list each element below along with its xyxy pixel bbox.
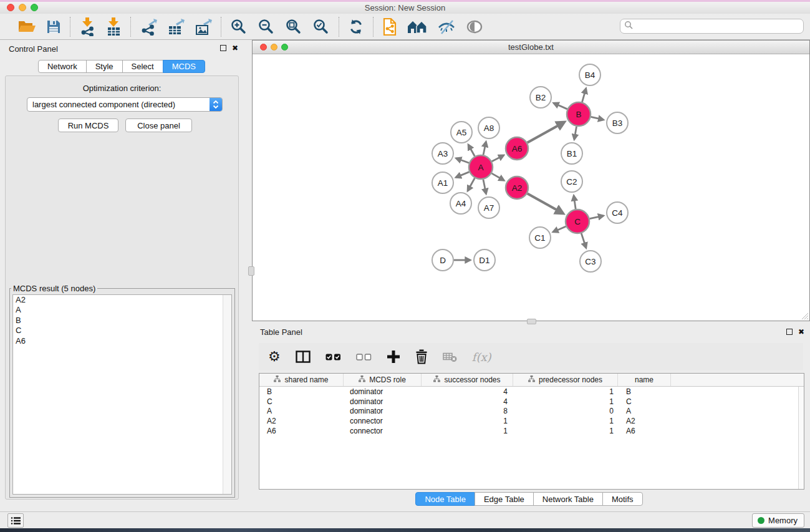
table-cell[interactable]: A6: [259, 427, 344, 435]
graph-node-B3[interactable]: B3: [607, 112, 628, 133]
table-cell[interactable]: B: [618, 387, 671, 396]
tab-node-table[interactable]: Node Table: [415, 492, 475, 506]
graph-node-A[interactable]: A: [469, 155, 493, 179]
table-cell[interactable]: B: [259, 387, 344, 396]
graph-node-D1[interactable]: D1: [474, 249, 495, 271]
delete-table-icon[interactable]: [443, 352, 457, 362]
table-cell[interactable]: 4: [422, 387, 513, 396]
graph-node-A3[interactable]: A3: [432, 143, 453, 164]
graph-node-A2[interactable]: A2: [506, 177, 528, 199]
graph-edge-C-C1[interactable]: [553, 226, 566, 232]
table-row[interactable]: A2connector11A2: [259, 416, 804, 426]
table-cell[interactable]: A: [618, 407, 671, 415]
float-table-panel-icon[interactable]: [786, 329, 793, 335]
table-cell[interactable]: 4: [422, 397, 513, 406]
table-cell[interactable]: C: [259, 397, 344, 406]
memory-button[interactable]: Memory: [752, 513, 804, 528]
tab-select[interactable]: Select: [122, 60, 163, 73]
refresh-icon[interactable]: [348, 19, 364, 35]
minimize-window-button[interactable]: [19, 4, 26, 11]
deselect-all-checkboxes-icon[interactable]: [356, 354, 372, 360]
tab-edge-table[interactable]: Edge Table: [475, 492, 534, 506]
column-header-successor-nodes[interactable]: successor nodes: [422, 374, 513, 386]
table-cell[interactable]: 1: [422, 427, 513, 435]
graph-edge-C-C2[interactable]: [574, 196, 576, 210]
clone-network-icon[interactable]: [382, 17, 397, 36]
graph-edge-A6-B[interactable]: [528, 122, 564, 143]
graph-node-D[interactable]: D: [432, 249, 453, 271]
birdseye-view-icon[interactable]: [466, 20, 483, 34]
zoom-selected-icon[interactable]: [312, 18, 330, 36]
graph-node-C4[interactable]: C4: [607, 202, 628, 223]
export-table-icon[interactable]: [167, 18, 185, 36]
table-cell[interactable]: connector: [344, 417, 422, 425]
result-item[interactable]: B: [13, 316, 231, 326]
graph-node-B[interactable]: B: [567, 102, 591, 126]
graph-edge-A-A3[interactable]: [456, 158, 469, 163]
table-row[interactable]: Adominator80A: [259, 407, 804, 417]
delete-column-icon[interactable]: [415, 349, 428, 364]
apply-function-icon[interactable]: f(x): [472, 351, 491, 364]
tab-motifs[interactable]: Motifs: [602, 492, 643, 506]
home-icon[interactable]: [407, 19, 427, 34]
graph-node-C1[interactable]: C1: [529, 227, 551, 248]
table-settings-gear-icon[interactable]: ⚙: [268, 350, 281, 364]
result-item[interactable]: A6: [13, 336, 231, 346]
result-item[interactable]: C: [13, 326, 231, 336]
tab-network[interactable]: Network: [38, 60, 87, 73]
column-header-MCDS-role[interactable]: MCDS role: [344, 374, 422, 386]
vertical-splitter-handle[interactable]: [248, 266, 254, 276]
graph-edge-A-A2[interactable]: [491, 173, 504, 180]
table-cell[interactable]: A2: [259, 417, 344, 425]
tab-network-table[interactable]: Network Table: [533, 492, 603, 506]
table-cell[interactable]: 1: [513, 417, 618, 425]
graph-node-C3[interactable]: C3: [580, 251, 601, 272]
network-canvas[interactable]: AA1A3A5A8A4A7A6A2BB2B4B3B1C2CC4C1C3DD1: [253, 54, 809, 321]
export-image-icon[interactable]: [195, 18, 212, 36]
column-header-predecessor-nodes[interactable]: predecessor nodes: [513, 374, 618, 386]
close-table-panel-icon[interactable]: ✖: [798, 329, 804, 335]
graph-edge-B-B1[interactable]: [574, 127, 577, 140]
zoom-in-icon[interactable]: [230, 18, 248, 36]
table-row[interactable]: Bdominator41B: [259, 387, 804, 397]
table-row[interactable]: Cdominator41C: [259, 397, 804, 407]
graph-node-B2[interactable]: B2: [530, 87, 551, 108]
graph-node-A1[interactable]: A1: [432, 172, 453, 193]
table-cell[interactable]: 0: [513, 407, 618, 415]
graph-edge-A2-C[interactable]: [528, 193, 564, 213]
table-cell[interactable]: 1: [513, 397, 618, 406]
graph-edge-A-A4[interactable]: [468, 178, 475, 191]
graph-edge-A-A5[interactable]: [468, 145, 475, 157]
resize-grip-icon[interactable]: [801, 312, 809, 320]
tab-style[interactable]: Style: [86, 60, 123, 73]
graph-node-C2[interactable]: C2: [561, 171, 582, 192]
import-network-icon[interactable]: [79, 17, 95, 36]
graph-edge-A-A7[interactable]: [483, 180, 486, 194]
split-table-icon[interactable]: [296, 351, 311, 363]
table-cell[interactable]: A2: [618, 417, 671, 425]
column-header-name[interactable]: name: [618, 374, 671, 386]
graph-edge-B-B4[interactable]: [582, 89, 586, 102]
graph-node-A7[interactable]: A7: [478, 197, 499, 218]
table-cell[interactable]: connector: [344, 427, 422, 435]
graph-edge-A-A6[interactable]: [492, 155, 504, 162]
table-cell[interactable]: A: [259, 407, 344, 415]
result-list-scrollbar[interactable]: [223, 295, 231, 494]
table-scrollbar[interactable]: [798, 387, 804, 489]
import-table-icon[interactable]: [105, 17, 122, 36]
horizontal-splitter-handle[interactable]: [527, 319, 536, 324]
table-cell[interactable]: A6: [618, 427, 671, 435]
export-network-icon[interactable]: [140, 18, 157, 36]
close-panel-button[interactable]: Close panel: [125, 118, 192, 132]
table-cell[interactable]: dominator: [344, 397, 422, 406]
table-cell[interactable]: C: [618, 397, 671, 406]
run-mcds-button[interactable]: Run MCDS: [58, 118, 118, 132]
graph-node-A6[interactable]: A6: [506, 137, 528, 160]
graph-node-A8[interactable]: A8: [478, 117, 499, 138]
graph-node-A4[interactable]: A4: [450, 193, 471, 214]
graph-node-B1[interactable]: B1: [561, 143, 582, 164]
save-session-icon[interactable]: [46, 19, 61, 34]
table-cell[interactable]: 8: [422, 407, 513, 415]
zoom-fit-icon[interactable]: [285, 18, 302, 36]
graph-edge-C-C4[interactable]: [590, 216, 604, 219]
